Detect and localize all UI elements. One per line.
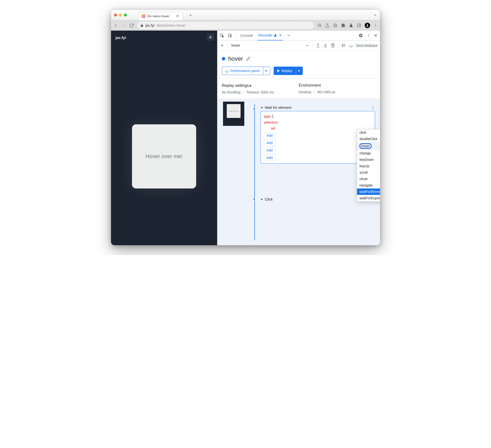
svg-line-29 bbox=[351, 45, 352, 45]
dropdown-option-waitForExpression[interactable]: waitForExpression bbox=[357, 195, 380, 201]
dropdown-option-navigate[interactable]: navigate bbox=[357, 182, 380, 188]
forward-icon bbox=[121, 23, 126, 28]
tab-recorder[interactable]: Recorder ✕ bbox=[257, 31, 283, 40]
dropdown-option-change[interactable]: change bbox=[357, 150, 380, 156]
back-icon[interactable] bbox=[113, 23, 118, 28]
add-button[interactable]: Add bbox=[264, 154, 275, 161]
devtools-close-icon[interactable]: ✕ bbox=[374, 33, 378, 38]
collapse-icon: ▼ bbox=[261, 106, 263, 109]
thumbnail-card: Hover over me! bbox=[227, 104, 241, 118]
speed-icon[interactable] bbox=[349, 43, 353, 48]
url-bar: jec.fyi/demo/menu-hover bbox=[111, 20, 380, 31]
dropdown-option-keyDown[interactable]: keyDown bbox=[357, 156, 380, 163]
lock-icon bbox=[140, 24, 144, 27]
tab-close-icon[interactable]: ✕ bbox=[279, 33, 282, 37]
dropdown-option-doubleClick[interactable]: doubleClick bbox=[357, 136, 380, 142]
step-forward-icon[interactable] bbox=[341, 43, 346, 48]
reload-icon[interactable] bbox=[129, 23, 134, 28]
more-tabs-icon[interactable] bbox=[286, 34, 291, 37]
dropdown-option-click[interactable]: click bbox=[357, 129, 380, 136]
perf-dropdown-icon[interactable]: ▾ bbox=[263, 67, 267, 75]
site-title: jec.fyi bbox=[115, 36, 213, 40]
add-button[interactable]: Add bbox=[264, 132, 275, 139]
settings-icon[interactable] bbox=[359, 33, 363, 38]
labs-icon[interactable] bbox=[349, 23, 353, 28]
dropdown-option-hover[interactable]: hover bbox=[357, 142, 380, 150]
svg-line-17 bbox=[211, 36, 212, 36]
theme-toggle-button[interactable] bbox=[207, 34, 214, 41]
maximize-window-icon[interactable] bbox=[124, 14, 127, 17]
tab-console[interactable]: Console bbox=[239, 31, 254, 40]
record-dot-icon bbox=[222, 57, 225, 60]
side-panel-icon[interactable] bbox=[357, 23, 361, 28]
send-feedback-link[interactable]: Send feedback bbox=[356, 43, 378, 47]
omnibox-actions bbox=[317, 23, 378, 28]
replay-settings-heading[interactable]: Replay settings ▸ bbox=[222, 83, 299, 88]
share-icon[interactable] bbox=[325, 23, 330, 28]
recorder-toolbar: hover Send feedback bbox=[217, 40, 380, 50]
chrome-menu-icon[interactable] bbox=[374, 23, 378, 27]
chevron-right-icon: ▸ bbox=[250, 83, 252, 88]
step-header[interactable]: ▼ Wait for element bbox=[261, 104, 375, 111]
tabs-menu-icon[interactable] bbox=[373, 13, 377, 17]
close-window-icon[interactable] bbox=[114, 14, 117, 17]
titlebar: On menu hover ✕ ＋ bbox=[111, 10, 380, 20]
step-menu-icon[interactable] bbox=[371, 106, 375, 110]
play-icon bbox=[277, 69, 280, 73]
dropdown-option-scroll[interactable]: scroll bbox=[357, 169, 380, 176]
device-toggle-icon[interactable] bbox=[228, 33, 232, 38]
hover-card[interactable]: Hover over me! bbox=[132, 124, 196, 188]
bookmark-icon[interactable] bbox=[333, 23, 338, 28]
profile-avatar-icon[interactable] bbox=[365, 23, 370, 28]
export-icon[interactable] bbox=[316, 43, 320, 48]
replay-dropdown-icon[interactable]: ▾ bbox=[296, 67, 300, 75]
content-split: jec.fyi Hover over me! Console Recorder … bbox=[111, 31, 380, 245]
svg-line-30 bbox=[227, 70, 228, 71]
add-button[interactable]: Add bbox=[264, 147, 275, 153]
replay-button[interactable]: Replay ▾ bbox=[274, 67, 303, 75]
settings-row: Replay settings ▸ No throttling | Timeou… bbox=[217, 78, 380, 99]
new-tab-icon[interactable]: ＋ bbox=[188, 12, 193, 18]
svg-point-24 bbox=[368, 36, 369, 37]
svg-point-33 bbox=[373, 107, 374, 108]
timeline-node bbox=[253, 107, 256, 110]
recording-name[interactable]: hover bbox=[230, 43, 241, 47]
minimize-window-icon[interactable] bbox=[119, 14, 122, 17]
sun-icon bbox=[208, 35, 212, 39]
divider bbox=[227, 43, 227, 48]
svg-line-15 bbox=[209, 36, 209, 36]
import-icon[interactable] bbox=[323, 43, 328, 48]
svg-line-2 bbox=[320, 26, 321, 27]
tab-close-icon[interactable]: ✕ bbox=[176, 14, 179, 18]
env-device: Desktop bbox=[299, 90, 311, 94]
new-recording-icon[interactable] bbox=[220, 43, 224, 48]
svg-rect-5 bbox=[357, 24, 361, 27]
traffic-lights bbox=[114, 14, 127, 17]
url-path: /demo/menu-hover bbox=[156, 23, 186, 27]
kebab-icon[interactable] bbox=[366, 34, 370, 37]
timeout-value: Timeout: 5000 ms bbox=[246, 90, 274, 94]
dropdown-option-keyUp[interactable]: keyUp bbox=[357, 163, 380, 169]
add-button[interactable]: Add bbox=[264, 140, 275, 146]
step-title: Click bbox=[265, 197, 273, 201]
svg-point-9 bbox=[375, 26, 376, 27]
extensions-icon[interactable] bbox=[341, 23, 345, 28]
svg-point-7 bbox=[375, 24, 376, 25]
environment-heading: Environment bbox=[299, 83, 376, 88]
type-input-cursor[interactable] bbox=[272, 114, 274, 118]
omnibox[interactable]: jec.fyi/demo/menu-hover bbox=[137, 22, 314, 29]
divider bbox=[313, 43, 313, 48]
recording-dropdown-icon[interactable] bbox=[305, 43, 310, 48]
devtools-tabbar: Console Recorder ✕ ✕ bbox=[217, 31, 380, 40]
edit-name-icon[interactable] bbox=[246, 56, 250, 61]
dropdown-option-waitForElement[interactable]: waitForElement bbox=[357, 188, 380, 195]
inspect-icon[interactable] bbox=[220, 33, 224, 38]
type-autocomplete-dropdown: clickdoubleClickhoverchangekeyDownkeyUps… bbox=[357, 129, 380, 202]
delete-icon[interactable] bbox=[331, 43, 335, 48]
timeline-node bbox=[253, 198, 256, 201]
browser-window: On menu hover ✕ ＋ jec.fyi/demo/menu-hove… bbox=[111, 10, 380, 245]
zoom-out-icon[interactable] bbox=[317, 23, 322, 28]
performance-panel-button[interactable]: Performance panel ▾ bbox=[222, 67, 270, 75]
dropdown-option-close[interactable]: close bbox=[357, 176, 380, 182]
browser-tab[interactable]: On menu hover ✕ bbox=[139, 12, 183, 20]
